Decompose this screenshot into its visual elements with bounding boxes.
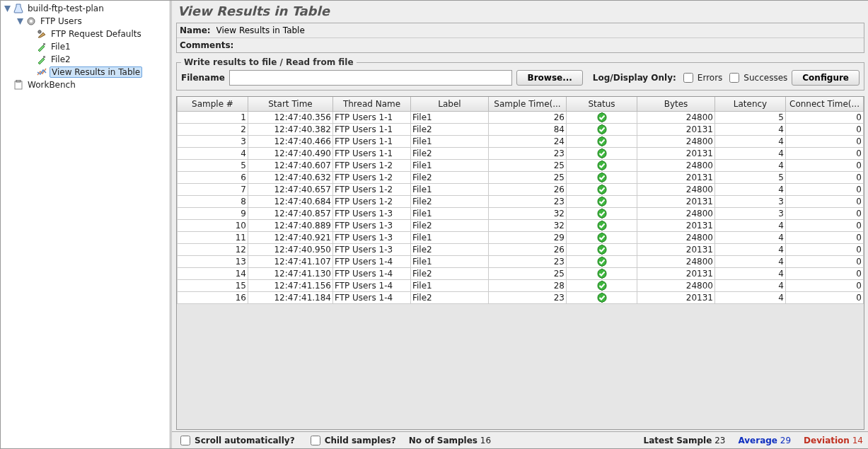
table-row[interactable]: 1412:47:41.130FTP Users 1-4File225201314…	[178, 267, 864, 279]
pipette-icon	[36, 54, 47, 65]
column-header[interactable]: Start Time	[248, 97, 333, 111]
status-cell	[567, 243, 637, 255]
average: Average 29	[738, 436, 791, 445]
results-table[interactable]: Sample #Start TimeThread NameLabelSample…	[177, 97, 864, 304]
status-cell	[567, 267, 637, 279]
svg-rect-5	[15, 81, 22, 89]
successes-checkbox[interactable]: Successes	[727, 71, 787, 85]
tree-spacer	[4, 81, 11, 89]
deviation: Deviation 14	[804, 436, 863, 445]
log-display-label: Log/Display Only:	[593, 73, 676, 83]
scroll-auto-checkbox[interactable]: Scroll automatically?	[178, 433, 295, 448]
table-row[interactable]: 712:47:40.657FTP Users 1-2File1262480040	[178, 183, 864, 195]
table-row[interactable]: 112:47:40.356FTP Users 1-1File1262480050	[178, 111, 864, 123]
tree-toggle-icon[interactable]	[4, 5, 11, 13]
tree-toggle-icon[interactable]	[16, 18, 24, 25]
column-header[interactable]: Sample #	[178, 97, 248, 111]
clipboard-icon	[13, 79, 24, 91]
configure-button[interactable]: Configure	[792, 70, 860, 86]
tree-node-defaults[interactable]: FTP Request Defaults	[1, 28, 170, 40]
tree-node-thread-group[interactable]: FTP Users	[1, 15, 170, 28]
table-row[interactable]: 412:47:40.490FTP Users 1-1File2232013140	[178, 147, 864, 159]
status-cell	[567, 279, 637, 291]
page-title: View Results in Table	[172, 1, 868, 23]
status-bar: Scroll automatically? Child samples? No …	[172, 431, 868, 448]
status-cell	[567, 111, 637, 123]
status-cell	[567, 219, 637, 231]
tree-node-file1[interactable]: File1	[1, 40, 170, 53]
main-panel: View Results in Table Name: Comments: Wr…	[172, 1, 868, 448]
identity-block: Name: Comments:	[176, 23, 864, 53]
tree-node-file2[interactable]: File2	[1, 53, 170, 66]
svg-rect-4	[43, 56, 45, 58]
file-block: Write results to file / Read from file F…	[176, 57, 864, 91]
table-row[interactable]: 912:47:40.857FTP Users 1-3File1322480030	[178, 207, 864, 219]
table-row[interactable]: 512:47:40.607FTP Users 1-2File1252480040	[178, 159, 864, 171]
svg-point-1	[30, 20, 33, 23]
tree-node-label: File1	[50, 42, 72, 52]
status-cell	[567, 135, 637, 147]
status-cell	[567, 291, 637, 303]
tree-node-label: FTP Users	[39, 16, 83, 26]
status-cell	[567, 195, 637, 207]
filename-input[interactable]	[229, 70, 513, 86]
table-row[interactable]: 1512:47:41.156FTP Users 1-4File128248004…	[178, 279, 864, 291]
status-cell	[567, 171, 637, 183]
status-cell	[567, 123, 637, 135]
column-header[interactable]: Thread Name	[333, 97, 411, 111]
name-label: Name:	[180, 25, 211, 35]
latest-sample: Latest Sample 23	[644, 436, 726, 445]
column-header[interactable]: Sample Time(...	[489, 97, 567, 111]
chart-icon	[36, 66, 47, 78]
svg-rect-3	[43, 43, 45, 45]
tree-node-workbench[interactable]: WorkBench	[1, 78, 170, 91]
svg-rect-6	[16, 80, 21, 82]
name-input[interactable]	[215, 25, 861, 36]
table-row[interactable]: 812:47:40.684FTP Users 1-2File2232013130	[178, 195, 864, 207]
table-row[interactable]: 1312:47:41.107FTP Users 1-4File123248004…	[178, 255, 864, 267]
column-header[interactable]: Latency	[715, 97, 786, 111]
no-samples: No of Samples 16	[409, 436, 491, 445]
comments-label: Comments:	[180, 40, 233, 50]
status-cell	[567, 231, 637, 243]
file-block-legend: Write results to file / Read from file	[181, 57, 357, 67]
beaker-icon	[13, 3, 24, 14]
tree-node-label: View Results in Table	[50, 66, 142, 78]
status-cell	[567, 183, 637, 195]
status-cell	[567, 159, 637, 171]
table-row[interactable]: 1212:47:40.950FTP Users 1-3File226201314…	[178, 243, 864, 255]
status-cell	[567, 255, 637, 267]
tree-panel: build-ftp-test-plan FTP Users FTP Reques…	[1, 1, 170, 448]
table-row[interactable]: 1612:47:41.184FTP Users 1-4File223201314…	[178, 291, 864, 303]
status-cell	[567, 147, 637, 159]
gear-icon	[25, 16, 37, 27]
tree-node-label: WorkBench	[26, 80, 77, 90]
child-samples-checkbox[interactable]: Child samples?	[308, 433, 396, 448]
wrench-icon	[36, 28, 47, 40]
column-header[interactable]: Label	[411, 97, 489, 111]
pipette-icon	[36, 41, 47, 52]
tree-node-label: FTP Request Defaults	[50, 29, 143, 39]
tree-node-label: build-ftp-test-plan	[26, 4, 105, 13]
tree-node-test-plan[interactable]: build-ftp-test-plan	[1, 2, 170, 15]
column-header[interactable]: Connect Time(...	[786, 97, 864, 111]
results-table-wrap: Sample #Start TimeThread NameLabelSample…	[176, 96, 864, 430]
column-header[interactable]: Status	[567, 97, 637, 111]
table-row[interactable]: 1112:47:40.921FTP Users 1-3File129248004…	[178, 231, 864, 243]
table-row[interactable]: 612:47:40.632FTP Users 1-2File2252013150	[178, 171, 864, 183]
svg-point-2	[38, 30, 41, 33]
comments-input[interactable]	[238, 40, 861, 51]
table-row[interactable]: 312:47:40.466FTP Users 1-1File1242480040	[178, 135, 864, 147]
table-row[interactable]: 212:47:40.382FTP Users 1-1File2842013140	[178, 123, 864, 135]
errors-checkbox[interactable]: Errors	[681, 71, 723, 85]
tree-node-label: File2	[50, 54, 72, 64]
filename-label: Filename	[181, 73, 225, 83]
status-cell	[567, 207, 637, 219]
table-row[interactable]: 1012:47:40.889FTP Users 1-3File232201314…	[178, 219, 864, 231]
column-header[interactable]: Bytes	[637, 97, 715, 111]
browse-button[interactable]: Browse...	[516, 70, 582, 86]
tree-node-view-results[interactable]: View Results in Table	[1, 66, 170, 78]
